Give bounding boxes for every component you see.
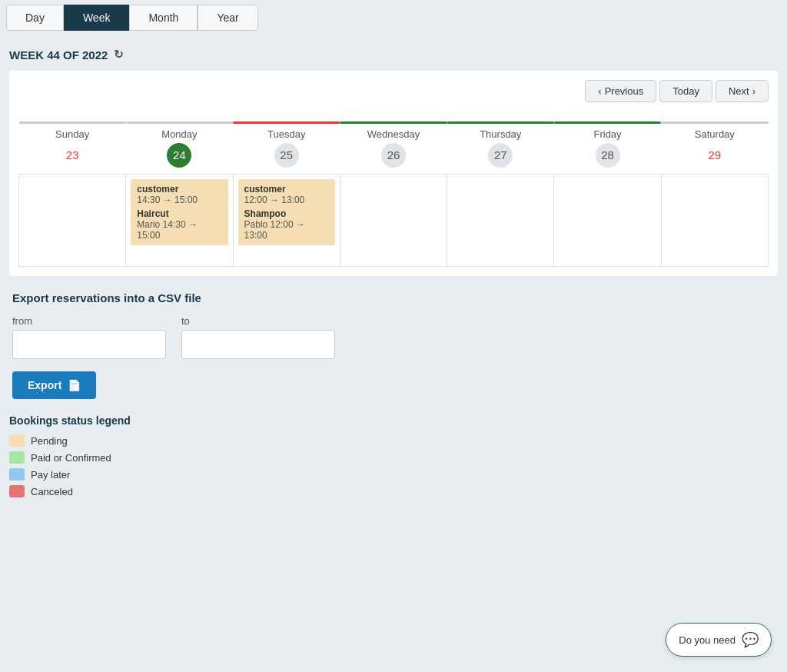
legend-item-3: Canceled bbox=[9, 485, 778, 497]
legend-color-2 bbox=[9, 468, 25, 481]
header-saturday: Saturday 29 bbox=[661, 111, 768, 175]
next-label: Next bbox=[729, 85, 749, 97]
day-number-27: 27 bbox=[488, 143, 513, 168]
export-fields: from to bbox=[12, 315, 775, 359]
header-sunday: Sunday 23 bbox=[19, 111, 126, 175]
header-wednesday: Wednesday 26 bbox=[340, 111, 447, 175]
day-number-26: 26 bbox=[381, 143, 406, 168]
event-cell-day-3 bbox=[340, 175, 447, 267]
event-time: 12:00 → 13:00 bbox=[244, 195, 329, 205]
event-detail: Mario 14:30 → 15:00 bbox=[137, 219, 221, 241]
legend-label-2: Pay later bbox=[31, 469, 70, 481]
event-block[interactable]: customer 12:00 → 13:00 Shampoo Pablo 12:… bbox=[238, 179, 335, 245]
legend-item-1: Paid or Confirmed bbox=[9, 451, 778, 464]
event-title: customer bbox=[137, 184, 221, 195]
day-number-25: 25 bbox=[274, 143, 299, 168]
event-service: Shampoo bbox=[244, 208, 329, 219]
from-field-group: from bbox=[12, 315, 166, 359]
day-name-thursday: Thursday bbox=[447, 128, 554, 140]
calendar-nav: ‹ Previous Today Next › bbox=[18, 80, 769, 102]
day-bar-thursday bbox=[447, 121, 554, 124]
legend-color-3 bbox=[9, 485, 25, 497]
day-bar-tuesday bbox=[233, 121, 340, 124]
legend-color-1 bbox=[9, 451, 25, 464]
header-tuesday: Tuesday 25 bbox=[233, 111, 340, 175]
tab-year[interactable]: Year bbox=[198, 5, 257, 31]
event-cell-day-4 bbox=[447, 175, 554, 267]
legend-title: Bookings status legend bbox=[9, 414, 778, 427]
event-detail: Pablo 12:00 → 13:00 bbox=[244, 219, 329, 241]
header-friday: Friday 28 bbox=[554, 111, 661, 175]
calendar-container: ‹ Previous Today Next › Sunday 23 Monday bbox=[9, 71, 778, 276]
legend-item-2: Pay later bbox=[9, 468, 778, 481]
today-button[interactable]: Today bbox=[659, 80, 712, 102]
tab-week[interactable]: Week bbox=[64, 5, 130, 31]
day-number-28: 28 bbox=[596, 143, 620, 168]
event-title: customer bbox=[244, 184, 329, 195]
week-header: WEEK 44 OF 2022 ↻ bbox=[9, 48, 778, 62]
event-cell-day-6 bbox=[661, 175, 768, 267]
next-button[interactable]: Next › bbox=[716, 80, 769, 102]
legend-section: Bookings status legend Pending Paid or C… bbox=[9, 414, 778, 497]
header-thursday: Thursday 27 bbox=[447, 111, 554, 175]
export-section: Export reservations into a CSV file from… bbox=[9, 291, 778, 399]
day-number-23: 23 bbox=[60, 143, 85, 168]
export-button[interactable]: Export 📄 bbox=[12, 371, 96, 399]
day-number-24: 24 bbox=[167, 143, 191, 168]
week-label: WEEK 44 OF 2022 bbox=[9, 48, 108, 62]
day-number-29: 29 bbox=[702, 143, 727, 168]
day-bar-monday bbox=[126, 121, 233, 124]
event-time: 14:30 → 15:00 bbox=[137, 195, 221, 205]
previous-label: Previous bbox=[605, 85, 644, 97]
legend-color-0 bbox=[9, 434, 25, 447]
file-icon: 📄 bbox=[68, 379, 81, 391]
export-button-label: Export bbox=[28, 379, 61, 391]
event-service: Haircut bbox=[137, 208, 221, 219]
day-name-tuesday: Tuesday bbox=[233, 128, 340, 140]
from-label: from bbox=[12, 315, 166, 327]
view-tabs: Day Week Month Year bbox=[0, 0, 787, 35]
to-input[interactable] bbox=[181, 330, 335, 359]
export-title: Export reservations into a CSV file bbox=[12, 291, 775, 304]
day-bar-friday bbox=[554, 121, 661, 124]
day-name-sunday: Sunday bbox=[19, 128, 126, 140]
previous-button[interactable]: ‹ Previous bbox=[585, 80, 656, 102]
event-cell-day-0 bbox=[19, 175, 126, 267]
tab-day[interactable]: Day bbox=[6, 5, 64, 31]
tab-month[interactable]: Month bbox=[129, 5, 198, 31]
from-input[interactable] bbox=[12, 330, 166, 359]
to-label: to bbox=[181, 315, 335, 327]
event-block[interactable]: customer 14:30 → 15:00 Haircut Mario 14:… bbox=[131, 179, 227, 245]
today-label: Today bbox=[672, 85, 699, 97]
event-cell-day-2: customer 12:00 → 13:00 Shampoo Pablo 12:… bbox=[233, 175, 340, 267]
chevron-right-icon: › bbox=[752, 85, 755, 97]
day-bar-saturday bbox=[661, 121, 768, 124]
legend-item-0: Pending bbox=[9, 434, 778, 447]
legend-items: Pending Paid or Confirmed Pay later Canc… bbox=[9, 434, 778, 497]
day-bar-sunday bbox=[19, 121, 126, 124]
to-field-group: to bbox=[181, 315, 335, 359]
day-name-friday: Friday bbox=[554, 128, 661, 140]
calendar-grid: Sunday 23 Monday 24 Tuesday 25 Wednesday… bbox=[18, 111, 769, 267]
day-name-monday: Monday bbox=[126, 128, 233, 140]
legend-label-3: Canceled bbox=[31, 486, 73, 497]
day-name-wednesday: Wednesday bbox=[340, 128, 447, 140]
chevron-left-icon: ‹ bbox=[598, 85, 601, 97]
day-name-saturday: Saturday bbox=[661, 128, 768, 140]
legend-label-1: Paid or Confirmed bbox=[31, 452, 111, 464]
header-monday: Monday 24 bbox=[126, 111, 233, 175]
event-cell-day-1: customer 14:30 → 15:00 Haircut Mario 14:… bbox=[126, 175, 233, 267]
day-bar-wednesday bbox=[340, 121, 447, 124]
legend-label-0: Pending bbox=[31, 435, 68, 447]
event-cell-day-5 bbox=[554, 175, 661, 267]
refresh-icon[interactable]: ↻ bbox=[114, 48, 124, 62]
